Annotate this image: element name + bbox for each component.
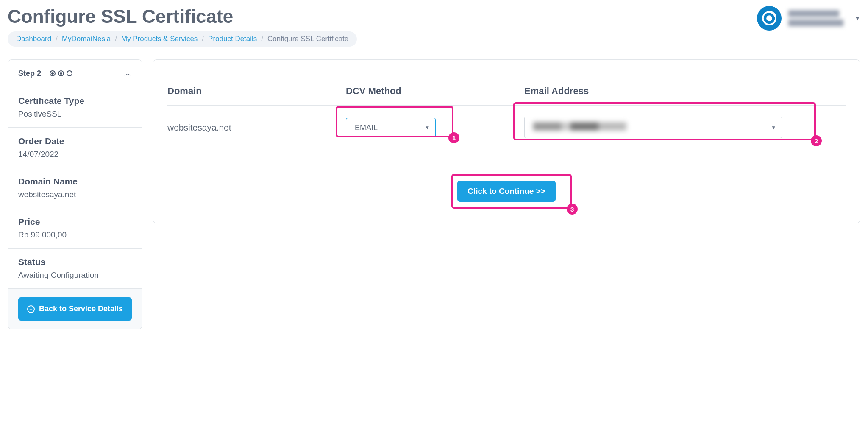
breadcrumb-sep: / bbox=[115, 35, 117, 43]
domain-name-title: Domain Name bbox=[18, 176, 132, 187]
cell-domain: websitesaya.net bbox=[167, 123, 346, 133]
cert-type-value: PositiveSSL bbox=[18, 109, 132, 119]
continue-button[interactable]: Click to Continue >> bbox=[457, 181, 556, 202]
column-domain: Domain bbox=[167, 86, 346, 97]
user-name-redacted bbox=[788, 10, 843, 26]
status-value: Awaiting Configuration bbox=[18, 271, 132, 280]
chevron-down-icon: ▼ bbox=[854, 15, 860, 22]
avatar bbox=[757, 6, 782, 31]
back-button-label: Back to Service Details bbox=[39, 304, 123, 314]
breadcrumb-dashboard[interactable]: Dashboard bbox=[16, 35, 51, 43]
column-email-address: Email Address bbox=[524, 86, 846, 97]
user-menu[interactable]: ▼ bbox=[757, 6, 860, 31]
svg-point-1 bbox=[767, 16, 771, 20]
order-date-value: 14/07/2022 bbox=[18, 150, 132, 159]
dcv-method-select[interactable]: EMAIL bbox=[346, 118, 436, 137]
column-dcv-method: DCV Method bbox=[346, 86, 524, 97]
sidebar-step-header[interactable]: Step 2 ︿ bbox=[8, 60, 142, 87]
callout-badge-3: 3 bbox=[567, 204, 578, 215]
email-address-select[interactable] bbox=[524, 117, 782, 138]
domain-name-value: websitesaya.net bbox=[18, 190, 132, 199]
step-label: Step 2 bbox=[18, 69, 41, 78]
breadcrumb: Dashboard / MyDomaiNesia / My Products &… bbox=[8, 31, 357, 47]
callout-badge-1: 1 bbox=[448, 132, 459, 143]
main-panel: Domain DCV Method Email Address websites… bbox=[153, 59, 860, 223]
table-row: websitesaya.net 1 EMAIL ▼ 2 bbox=[167, 106, 846, 155]
sidebar: Step 2 ︿ Certificate Type PositiveSSL Or… bbox=[8, 59, 142, 329]
breadcrumb-sep: / bbox=[202, 35, 204, 43]
back-to-service-button[interactable]: ← Back to Service Details bbox=[18, 297, 132, 321]
step-progress-icon bbox=[50, 70, 72, 76]
price-value: Rp 99.000,00 bbox=[18, 230, 132, 240]
breadcrumb-products[interactable]: My Products & Services bbox=[121, 35, 198, 43]
breadcrumb-product-details[interactable]: Product Details bbox=[208, 35, 257, 43]
page-title: Configure SSL Certificate bbox=[8, 6, 757, 27]
status-title: Status bbox=[18, 257, 132, 267]
chevron-up-icon: ︿ bbox=[124, 68, 132, 78]
callout-badge-2: 2 bbox=[811, 135, 822, 146]
email-value-redacted bbox=[533, 122, 626, 131]
arrow-left-icon: ← bbox=[27, 305, 35, 313]
breadcrumb-sep: / bbox=[56, 35, 58, 43]
breadcrumb-mydomainesia[interactable]: MyDomaiNesia bbox=[62, 35, 111, 43]
cert-type-title: Certificate Type bbox=[18, 96, 132, 106]
breadcrumb-sep: / bbox=[261, 35, 263, 43]
order-date-title: Order Date bbox=[18, 136, 132, 146]
price-title: Price bbox=[18, 217, 132, 227]
breadcrumb-current: Configure SSL Certificate bbox=[267, 35, 348, 43]
